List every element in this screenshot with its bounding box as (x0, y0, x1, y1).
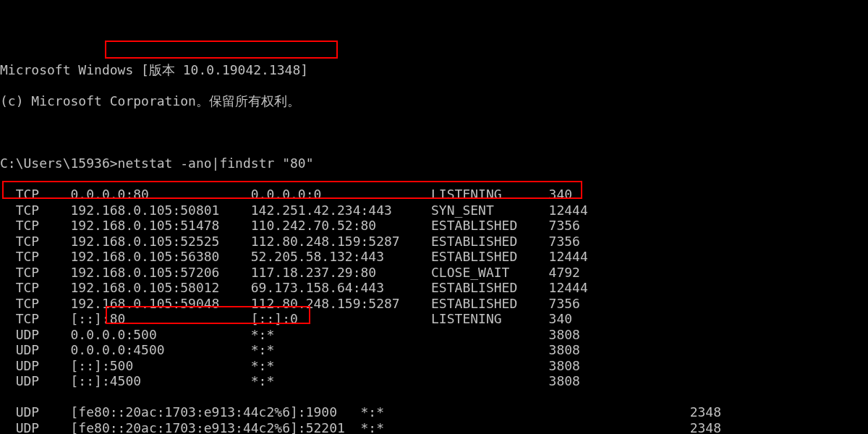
netstat-row: UDP [::]:4500 *:* 3808 (0, 373, 868, 389)
netstat-row: TCP 192.168.0.105:58012 69.173.158.64:44… (0, 280, 868, 296)
netstat-row: UDP 0.0.0.0:4500 *:* 3808 (0, 342, 868, 358)
netstat-row: TCP [::]:80 [::]:0 LISTENING 340 (0, 311, 868, 327)
prompt-line-1[interactable]: C:\Users\15936>netstat -ano|findstr "80" (0, 156, 868, 171)
netstat-output: TCP 0.0.0.0:80 0.0.0.0:0 LISTENING 340 T… (0, 187, 868, 389)
prompt-path: C:\Users\15936> (0, 156, 118, 171)
netstat-row: TCP 192.168.0.105:59048 112.80.248.159:5… (0, 296, 868, 312)
header-line-2: (c) Microsoft Corporation。保留所有权利。 (0, 93, 868, 109)
netstat-row: TCP 192.168.0.105:56380 52.205.58.132:44… (0, 249, 868, 265)
header-line-1: Microsoft Windows [版本 10.0.19042.1348] (0, 62, 868, 78)
prompt-command: netstat -ano|findstr "80" (118, 156, 314, 171)
netstat-row: TCP 192.168.0.105:51478 110.242.70.52:80… (0, 218, 868, 234)
netstat-long-output: UDP [fe80::20ac:1703:e913:44c2%6]:1900 *… (0, 404, 868, 434)
highlight-box (105, 41, 338, 59)
netstat-row: TCP 0.0.0.0:80 0.0.0.0:0 LISTENING 340 (0, 187, 868, 203)
netstat-row: UDP [fe80::20ac:1703:e913:44c2%6]:52201 … (0, 420, 868, 435)
netstat-row: UDP [::]:500 *:* 3808 (0, 358, 868, 374)
blank-line (0, 124, 868, 140)
netstat-row: TCP 192.168.0.105:50801 142.251.42.234:4… (0, 203, 868, 218)
netstat-row: UDP [fe80::20ac:1703:e913:44c2%6]:1900 *… (0, 404, 868, 420)
netstat-row: UDP 0.0.0.0:500 *:* 3808 (0, 327, 868, 343)
netstat-row: TCP 192.168.0.105:52525 112.80.248.159:5… (0, 234, 868, 250)
netstat-row: TCP 192.168.0.105:57206 117.18.237.29:80… (0, 265, 868, 281)
